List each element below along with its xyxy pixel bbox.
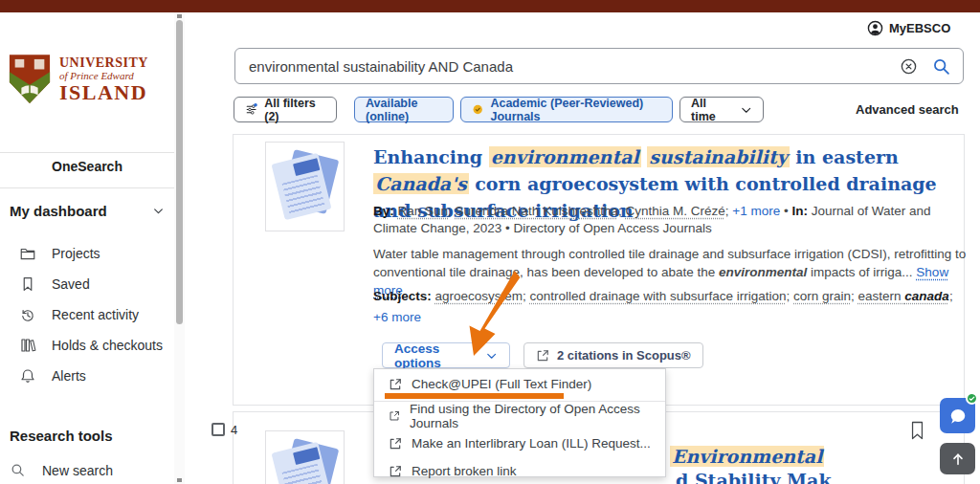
external-link-icon [389,437,402,451]
available-online-label: Available (online) [366,97,442,123]
scopus-citations-button[interactable]: 2 citations in Scopus® [523,342,703,368]
separator: • [780,204,791,218]
sidebar-item-label: Recent activity [52,307,139,322]
separator: ; [851,289,858,303]
chat-online-badge [966,392,978,405]
sidebar-scrollbar[interactable] [174,12,185,484]
search-input[interactable] [235,58,892,75]
scopus-citations-label: 2 citations in Scopus® [557,348,691,363]
new-search-label: New search [42,463,113,478]
onesearch-label: OneSearch [0,159,174,174]
my-dashboard-header[interactable]: My dashboard [10,203,165,219]
clear-search-button[interactable] [892,57,924,76]
logo-line1: UNIVERSITY [59,56,148,70]
result1-thumbnail [265,142,345,231]
bell-icon [19,367,36,385]
external-link-icon [389,409,400,423]
chat-bubble-icon [947,407,969,426]
more-authors-link[interactable]: +1 more [732,204,780,218]
result2-title-link[interactable]: Environmental [670,446,824,467]
sidebar-item-projects[interactable]: Projects [19,242,172,265]
author-link[interactable]: Ran Sun [398,204,449,218]
result2-checkbox[interactable] [212,423,225,436]
account-icon [867,20,883,36]
separator: ; [786,289,793,303]
annotation-underline [385,393,564,399]
by-label: By: [373,204,398,218]
folder-icon [19,245,36,262]
subject-link[interactable]: controlled drainage with subsurface irri… [530,289,787,303]
logo-line2: of Prince Edward [59,71,148,81]
sidebar-item-holds-checkouts[interactable]: Holds & checkouts [19,334,172,357]
onesearch-page: UNIVERSITY of Prince Edward ISLAND OneSe… [0,0,980,484]
divider [0,187,174,188]
advanced-search-link[interactable]: Advanced search [856,102,959,117]
search-icon [10,462,26,478]
menu-item-label: Report broken link [412,464,517,478]
result2-thumbnail [265,430,345,484]
sidebar: UNIVERSITY of Prince Edward ISLAND OneSe… [0,12,174,484]
access-options-menu: Check@UPEI (Full Text Finder) Find using… [373,368,666,477]
author-link[interactable]: Cynthia M. Crézé [625,204,724,218]
scrollbar-up-cap[interactable] [177,14,182,18]
journal-thumbnail-icon [266,143,344,231]
search-submit-button[interactable] [924,56,957,77]
divider [0,152,174,153]
sidebar-item-new-search[interactable]: New search [10,462,113,478]
sidebar-item-label: Holds & checkouts [52,338,163,353]
separator: ; [448,204,456,218]
sidebar-item-label: Projects [52,246,100,261]
external-link-icon [389,465,402,478]
search-bar [234,48,964,84]
sidebar-item-saved[interactable]: Saved [19,273,172,296]
time-filter-chip[interactable]: All time [679,97,764,122]
result2-title-fragment[interactable]: d Stability Mak [676,470,832,484]
search-icon [931,56,951,77]
external-link-icon [536,349,549,363]
menu-item-check-upei[interactable]: Check@UPEI (Full Text Finder) [374,369,665,393]
save-result-bookmark-button[interactable] [909,421,925,444]
menu-item-ill-request[interactable]: Make an Interlibrary Loan (ILL) Request.… [374,429,665,457]
subject-text: eastern [858,289,905,303]
clear-circle-icon [900,57,918,76]
separator: ; [949,289,953,303]
upei-shield-icon [8,54,52,105]
time-filter-label: All time [691,97,733,123]
upei-logo-text: UNIVERSITY of Prince Edward ISLAND [59,56,148,103]
journal-thumbnail-icon [266,431,344,484]
upei-logo: UNIVERSITY of Prince Edward ISLAND [8,48,170,111]
menu-item-label: Make an Interlibrary Loan (ILL) Request.… [412,436,651,451]
scrollbar-down-cap[interactable] [177,478,182,482]
academic-journals-label: Academic (Peer-Reviewed) Journals [490,97,661,123]
author-link[interactable]: Surendra Nath Kulshreshtha [456,204,618,218]
annotation-arrow [457,269,532,360]
sidebar-item-label: Saved [52,276,90,292]
subjects-label: Subjects: [373,289,435,303]
abstract-highlight-term: environmental [719,265,807,279]
menu-item-find-doaj[interactable]: Find using the Directory of Open Access … [374,402,665,429]
menu-item-report-broken-link[interactable]: Report broken link [374,457,665,484]
sidebar-item-label: Alerts [52,368,86,384]
available-online-chip[interactable]: Available (online) [354,97,454,122]
myebsco-account-button[interactable]: MyEBSCO [867,20,950,36]
all-filters-label: All filters (2) [264,97,325,123]
scroll-to-top-button[interactable] [940,443,975,474]
sidebar-item-alerts[interactable]: Alerts [19,364,172,387]
menu-item-label: Find using the Directory of Open Access … [410,402,651,430]
subject-link[interactable]: corn grain [793,289,851,303]
research-tools-header: Research tools [10,428,113,444]
title-highlight: environmental [489,146,641,167]
scrollbar-thumb[interactable] [176,20,183,324]
title-highlight: sustainability [647,146,789,167]
history-icon [19,306,36,323]
sidebar-item-recent-activity[interactable]: Recent activity [19,303,172,326]
brand-top-bar [0,0,980,12]
all-filters-chip[interactable]: All filters (2) [234,97,337,122]
filters-icon [245,102,257,117]
subject-link[interactable]: eastern canada [858,289,949,303]
my-dashboard-label: My dashboard [10,203,107,219]
check-icon [969,395,975,402]
external-link-icon [389,378,402,391]
in-label: In: [791,204,811,218]
academic-journals-chip[interactable]: Academic (Peer-Reviewed) Journals [460,97,673,122]
